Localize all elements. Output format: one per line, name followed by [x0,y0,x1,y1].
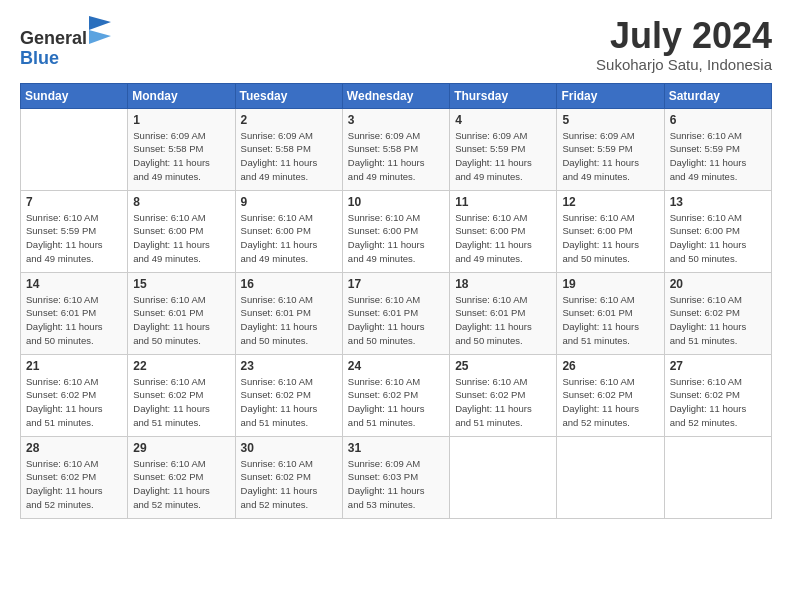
calendar-cell: 6Sunrise: 6:10 AMSunset: 5:59 PMDaylight… [664,108,771,190]
header-day-monday: Monday [128,83,235,108]
day-number: 14 [26,277,122,291]
week-row-2: 7Sunrise: 6:10 AMSunset: 5:59 PMDaylight… [21,190,772,272]
day-number: 23 [241,359,337,373]
calendar-header: SundayMondayTuesdayWednesdayThursdayFrid… [21,83,772,108]
calendar-cell: 8Sunrise: 6:10 AMSunset: 6:00 PMDaylight… [128,190,235,272]
calendar-cell: 30Sunrise: 6:10 AMSunset: 6:02 PMDayligh… [235,436,342,518]
day-number: 18 [455,277,551,291]
day-info: Sunrise: 6:10 AMSunset: 6:01 PMDaylight:… [26,293,122,348]
week-row-1: 1Sunrise: 6:09 AMSunset: 5:58 PMDaylight… [21,108,772,190]
day-number: 10 [348,195,444,209]
calendar-cell: 13Sunrise: 6:10 AMSunset: 6:00 PMDayligh… [664,190,771,272]
day-info: Sunrise: 6:09 AMSunset: 5:59 PMDaylight:… [562,129,658,184]
day-info: Sunrise: 6:09 AMSunset: 5:58 PMDaylight:… [133,129,229,184]
day-info: Sunrise: 6:10 AMSunset: 6:01 PMDaylight:… [241,293,337,348]
logo-flag-icon [89,16,111,44]
week-row-3: 14Sunrise: 6:10 AMSunset: 6:01 PMDayligh… [21,272,772,354]
day-info: Sunrise: 6:10 AMSunset: 5:59 PMDaylight:… [26,211,122,266]
day-number: 9 [241,195,337,209]
day-number: 27 [670,359,766,373]
day-number: 25 [455,359,551,373]
day-info: Sunrise: 6:10 AMSunset: 6:02 PMDaylight:… [670,375,766,430]
day-number: 28 [26,441,122,455]
title-block: July 2024 Sukoharjo Satu, Indonesia [596,16,772,73]
calendar-cell: 5Sunrise: 6:09 AMSunset: 5:59 PMDaylight… [557,108,664,190]
calendar-cell: 22Sunrise: 6:10 AMSunset: 6:02 PMDayligh… [128,354,235,436]
day-info: Sunrise: 6:10 AMSunset: 6:01 PMDaylight:… [133,293,229,348]
day-number: 15 [133,277,229,291]
calendar-cell: 17Sunrise: 6:10 AMSunset: 6:01 PMDayligh… [342,272,449,354]
header-day-saturday: Saturday [664,83,771,108]
day-number: 20 [670,277,766,291]
calendar-cell [21,108,128,190]
day-info: Sunrise: 6:10 AMSunset: 6:02 PMDaylight:… [241,457,337,512]
day-info: Sunrise: 6:10 AMSunset: 6:02 PMDaylight:… [26,375,122,430]
day-info: Sunrise: 6:10 AMSunset: 5:59 PMDaylight:… [670,129,766,184]
day-info: Sunrise: 6:10 AMSunset: 6:00 PMDaylight:… [241,211,337,266]
day-number: 6 [670,113,766,127]
day-number: 31 [348,441,444,455]
calendar-cell [664,436,771,518]
day-number: 12 [562,195,658,209]
day-number: 22 [133,359,229,373]
calendar-cell: 2Sunrise: 6:09 AMSunset: 5:58 PMDaylight… [235,108,342,190]
calendar-cell: 28Sunrise: 6:10 AMSunset: 6:02 PMDayligh… [21,436,128,518]
calendar-cell: 14Sunrise: 6:10 AMSunset: 6:01 PMDayligh… [21,272,128,354]
calendar-cell: 1Sunrise: 6:09 AMSunset: 5:58 PMDaylight… [128,108,235,190]
calendar-cell: 18Sunrise: 6:10 AMSunset: 6:01 PMDayligh… [450,272,557,354]
svg-marker-0 [89,16,111,30]
day-info: Sunrise: 6:09 AMSunset: 5:59 PMDaylight:… [455,129,551,184]
day-info: Sunrise: 6:10 AMSunset: 6:00 PMDaylight:… [670,211,766,266]
logo: General Blue [20,16,111,69]
header: General Blue July 2024 Sukoharjo Satu, I… [20,16,772,73]
svg-marker-1 [89,30,111,44]
day-info: Sunrise: 6:10 AMSunset: 6:00 PMDaylight:… [348,211,444,266]
day-number: 29 [133,441,229,455]
day-number: 3 [348,113,444,127]
location-subtitle: Sukoharjo Satu, Indonesia [596,56,772,73]
calendar-cell: 15Sunrise: 6:10 AMSunset: 6:01 PMDayligh… [128,272,235,354]
calendar-cell: 27Sunrise: 6:10 AMSunset: 6:02 PMDayligh… [664,354,771,436]
day-number: 19 [562,277,658,291]
calendar-cell: 16Sunrise: 6:10 AMSunset: 6:01 PMDayligh… [235,272,342,354]
week-row-4: 21Sunrise: 6:10 AMSunset: 6:02 PMDayligh… [21,354,772,436]
day-info: Sunrise: 6:10 AMSunset: 6:01 PMDaylight:… [455,293,551,348]
calendar-cell: 23Sunrise: 6:10 AMSunset: 6:02 PMDayligh… [235,354,342,436]
calendar-body: 1Sunrise: 6:09 AMSunset: 5:58 PMDaylight… [21,108,772,518]
calendar-cell: 26Sunrise: 6:10 AMSunset: 6:02 PMDayligh… [557,354,664,436]
header-row: SundayMondayTuesdayWednesdayThursdayFrid… [21,83,772,108]
calendar-cell: 21Sunrise: 6:10 AMSunset: 6:02 PMDayligh… [21,354,128,436]
day-number: 21 [26,359,122,373]
day-info: Sunrise: 6:10 AMSunset: 6:00 PMDaylight:… [455,211,551,266]
logo-text: General [20,16,111,49]
day-info: Sunrise: 6:10 AMSunset: 6:00 PMDaylight:… [562,211,658,266]
day-info: Sunrise: 6:09 AMSunset: 6:03 PMDaylight:… [348,457,444,512]
calendar-cell: 20Sunrise: 6:10 AMSunset: 6:02 PMDayligh… [664,272,771,354]
day-info: Sunrise: 6:10 AMSunset: 6:02 PMDaylight:… [133,457,229,512]
header-day-sunday: Sunday [21,83,128,108]
header-day-wednesday: Wednesday [342,83,449,108]
day-number: 8 [133,195,229,209]
calendar-table: SundayMondayTuesdayWednesdayThursdayFrid… [20,83,772,519]
day-number: 24 [348,359,444,373]
day-number: 16 [241,277,337,291]
day-info: Sunrise: 6:10 AMSunset: 6:02 PMDaylight:… [455,375,551,430]
calendar-cell: 29Sunrise: 6:10 AMSunset: 6:02 PMDayligh… [128,436,235,518]
header-day-tuesday: Tuesday [235,83,342,108]
day-number: 2 [241,113,337,127]
day-info: Sunrise: 6:10 AMSunset: 6:00 PMDaylight:… [133,211,229,266]
calendar-cell [450,436,557,518]
day-number: 30 [241,441,337,455]
day-number: 7 [26,195,122,209]
day-number: 13 [670,195,766,209]
day-info: Sunrise: 6:10 AMSunset: 6:01 PMDaylight:… [562,293,658,348]
logo-blue: Blue [20,49,111,69]
calendar-cell: 19Sunrise: 6:10 AMSunset: 6:01 PMDayligh… [557,272,664,354]
month-title: July 2024 [596,16,772,56]
day-info: Sunrise: 6:09 AMSunset: 5:58 PMDaylight:… [348,129,444,184]
calendar-cell: 24Sunrise: 6:10 AMSunset: 6:02 PMDayligh… [342,354,449,436]
calendar-cell: 11Sunrise: 6:10 AMSunset: 6:00 PMDayligh… [450,190,557,272]
day-number: 4 [455,113,551,127]
calendar-cell: 25Sunrise: 6:10 AMSunset: 6:02 PMDayligh… [450,354,557,436]
logo-general: General [20,28,87,48]
